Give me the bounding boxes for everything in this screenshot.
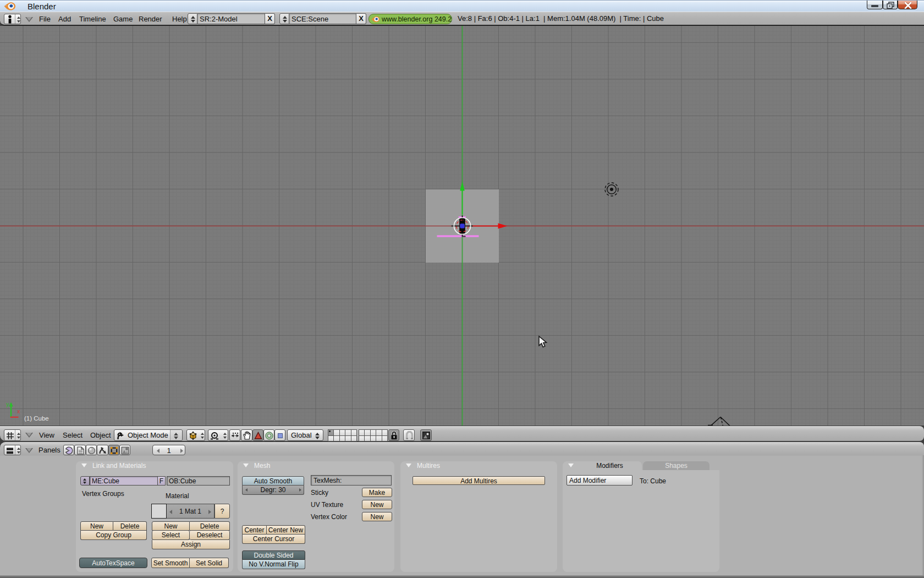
svg-text:x: x	[17, 408, 20, 415]
svg-text:(1) Cube: (1) Cube	[24, 415, 49, 422]
svg-text:y: y	[6, 401, 9, 407]
